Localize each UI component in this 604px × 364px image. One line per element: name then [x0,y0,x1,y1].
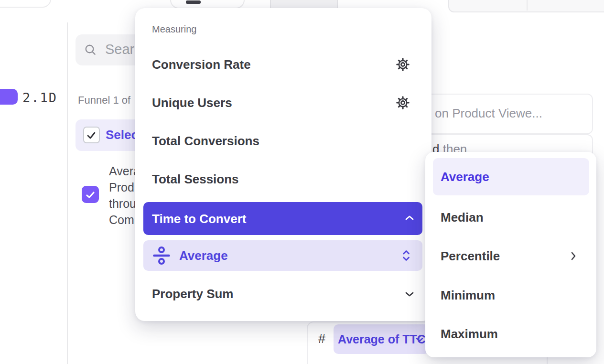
menu-item-time-to-convert[interactable]: Time to Convert [143,202,422,235]
aggregation-menu: Average Median Percentile Minimum Maximu… [425,152,596,357]
flyout-average-label: Average [441,170,489,184]
step-duration-label: 2.1D [22,90,57,105]
ttc-aggregation-label: Average [179,248,228,263]
selected-step-label: Selec [106,128,138,142]
left-column-divider [67,22,68,364]
top-right-toolbar-divider [527,0,528,11]
top-right-toolbar [448,0,604,12]
time-to-convert-label: Time to Convert [152,212,246,226]
chevron-right-icon [571,252,576,260]
chevron-down-icon [416,337,423,342]
search-icon [84,43,97,56]
divide-icon [152,246,171,265]
chevron-up-down-icon [402,250,410,261]
step-duration-chip[interactable] [0,89,18,105]
measuring-menu-title: Measuring [152,24,196,35]
flyout-item-percentile[interactable]: Percentile [441,249,500,263]
metric-type-symbol: # [318,332,325,346]
menu-item-property-sum[interactable]: Property Sum [152,287,234,301]
step-checkbox-checked[interactable] [82,186,99,203]
flyout-item-minimum[interactable]: Minimum [441,288,495,302]
checkmark-icon [85,189,96,201]
app-canvas: Sear Funnel 1 of 2.1D Selec Avera Prod t… [0,0,604,364]
menu-item-total-sessions[interactable]: Total Sessions [152,172,239,186]
search-placeholder: Sear [105,42,134,57]
menu-item-unique-users[interactable]: Unique Users [152,96,232,110]
event-card-first-label: on Product Viewe... [435,106,542,121]
gear-icon[interactable] [396,57,410,72]
menu-item-conversion-rate[interactable]: Conversion Rate [152,57,251,72]
step-checkbox-unfilled[interactable] [83,127,100,143]
flyout-item-average[interactable]: Average [433,158,589,195]
metric-value-label: Average of TTC [338,332,426,346]
measuring-menu: Measuring Conversion Rate Unique Users [135,8,431,321]
checkmark-icon [86,129,97,141]
gear-icon[interactable] [396,96,410,110]
toolbar-dark-icon [186,0,201,4]
top-left-card [0,0,51,8]
chevron-down-icon [405,292,414,297]
flyout-item-maximum[interactable]: Maximum [441,327,498,341]
top-toolbar-card [170,0,245,9]
menu-item-ttc-aggregation[interactable]: Average [143,240,422,271]
menu-item-total-conversions[interactable]: Total Conversions [152,134,259,148]
funnel-count-label: Funnel 1 of [78,94,130,107]
flyout-item-median[interactable]: Median [441,210,484,225]
chevron-up-icon [405,215,414,220]
metric-value-dropdown[interactable]: Average of TTC [334,324,429,354]
